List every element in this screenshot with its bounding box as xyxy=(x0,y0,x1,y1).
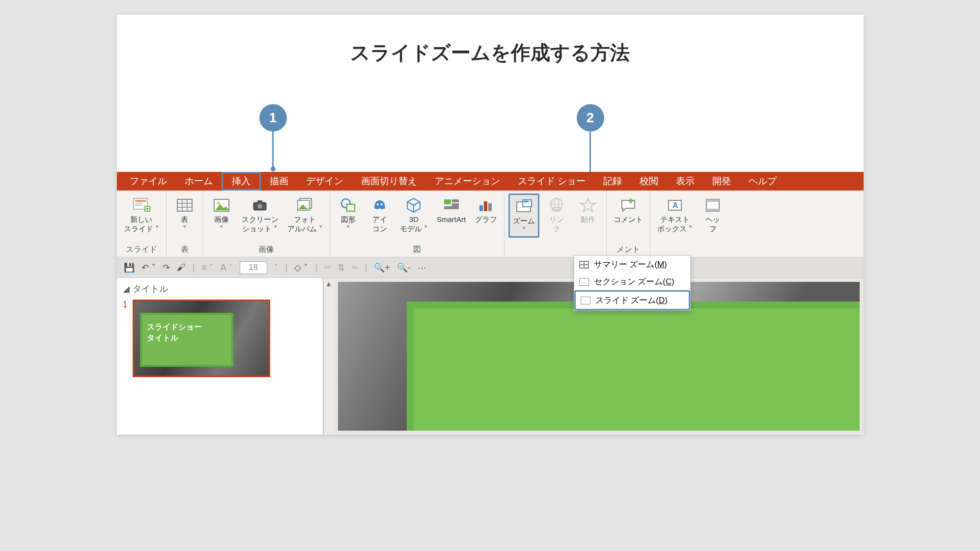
zoom-out-icon[interactable]: 🔍- xyxy=(397,262,411,273)
ribbon-group-links: ズーム ˅ リン ク 動作 xyxy=(504,191,606,257)
tab-record[interactable]: 記録 xyxy=(594,172,631,191)
ribbon-group-illustrations: 図形 ˅ アイ コン 3D モデル ˅ xyxy=(330,191,504,257)
svg-rect-23 xyxy=(347,204,355,211)
table-label: 表 ˅ xyxy=(181,215,188,234)
zoom-menu-slide[interactable]: スライド ズーム(D) xyxy=(574,290,690,310)
slide-thumbnail-pane: ◢ タイトル 1 スライドショー タイトル xyxy=(117,278,323,435)
ribbon-group-text: A テキスト ボックス ˅ ヘッ フ xyxy=(650,191,731,257)
comment-icon xyxy=(619,195,638,214)
tab-slideshow[interactable]: スライド ショー xyxy=(509,172,594,191)
save-icon[interactable]: 💾 xyxy=(124,262,135,273)
icons-button[interactable]: アイ コン xyxy=(365,193,394,235)
section-header[interactable]: ◢ タイトル xyxy=(123,283,317,295)
ribbon-group-images: 画像 ˅ スクリーン ショット ˅ フォト アルバム ˅ xyxy=(203,191,330,257)
font-size-dropdown[interactable]: ˅ xyxy=(274,262,279,273)
smartart-button[interactable]: SmartArt xyxy=(434,193,469,225)
tab-animations[interactable]: アニメーション xyxy=(426,172,509,191)
smartart-label: SmartArt xyxy=(437,215,466,224)
zoom-button[interactable]: ズーム ˅ xyxy=(508,193,539,238)
new-slide-icon xyxy=(132,195,151,214)
tab-home[interactable]: ホーム xyxy=(176,172,222,191)
callout-2-badge: 2 xyxy=(577,104,604,132)
screenshot-label: スクリーン ショット ˅ xyxy=(242,215,279,234)
page-title: スライドズームを作成する方法 xyxy=(117,39,864,66)
pictures-button[interactable]: 画像 ˅ xyxy=(207,193,236,235)
edit-area: ◢ タイトル 1 スライドショー タイトル ▴ xyxy=(117,278,864,435)
zoom-menu-summary[interactable]: サマリー ズーム(M) xyxy=(574,256,690,273)
3d-models-label: 3D モデル ˅ xyxy=(400,215,428,234)
tab-design[interactable]: デザイン xyxy=(297,172,352,191)
format-painter-icon[interactable]: 🖌 xyxy=(177,262,186,273)
separator: | xyxy=(315,262,317,273)
zoom-menu-section-label: セクション ズーム(C) xyxy=(594,276,674,287)
separator: | xyxy=(365,262,367,273)
separator: | xyxy=(193,262,195,273)
align-button[interactable]: ▫▫ xyxy=(324,262,331,273)
action-icon xyxy=(579,195,597,214)
zoom-menu-slide-label: スライド ズーム(D) xyxy=(595,295,668,306)
undo-button[interactable]: ↶ ˅ xyxy=(141,262,156,273)
photo-album-button[interactable]: フォト アルバム ˅ xyxy=(284,193,326,235)
ribbon-group-tables-label: 表 xyxy=(181,245,189,257)
tab-file[interactable]: ファイル xyxy=(121,172,176,191)
action-button[interactable]: 動作 xyxy=(574,193,602,225)
table-icon xyxy=(175,195,194,214)
zoom-label: ズーム ˅ xyxy=(513,217,535,235)
scroll-up-icon[interactable]: ▴ xyxy=(324,278,334,289)
font-color-button[interactable]: A ˅ xyxy=(221,262,233,273)
ribbon-group-slides-label: スライド xyxy=(126,245,157,257)
comment-button[interactable]: コメント xyxy=(611,193,646,225)
link-icon xyxy=(547,195,566,214)
svg-rect-37 xyxy=(524,201,529,202)
svg-point-24 xyxy=(377,203,379,205)
tab-view[interactable]: 表示 xyxy=(667,172,703,191)
arrange-button[interactable]: ▫▫ xyxy=(352,262,358,273)
tab-transitions[interactable]: 画面切り替え xyxy=(352,172,426,191)
quick-access-toolbar: 💾 ↶ ˅ ↷ 🖌 | ≡ ˅ A ˅ 18 ˅ | ◇ ˅ | ▫▫ ⇅ ▫▫… xyxy=(117,257,864,278)
zoom-menu-section[interactable]: セクション ズーム(C) xyxy=(574,273,690,290)
slide-number: 1 xyxy=(123,300,128,310)
screenshot-button[interactable]: スクリーン ショット ˅ xyxy=(239,193,281,235)
tab-review[interactable]: 校閲 xyxy=(631,172,667,191)
vertical-scrollbar[interactable]: ▴ xyxy=(323,278,334,435)
tab-draw[interactable]: 描画 xyxy=(261,172,297,191)
shape-fill-button[interactable]: ◇ ˅ xyxy=(294,262,308,273)
bullets-button[interactable]: ≡ ˅ xyxy=(201,262,214,273)
slide-thumbnail-content: スライドショー タイトル xyxy=(140,313,233,367)
slide-zoom-icon xyxy=(581,297,590,304)
3d-models-icon xyxy=(404,195,423,214)
svg-rect-7 xyxy=(177,199,192,211)
table-button[interactable]: 表 ˅ xyxy=(170,193,199,235)
link-button[interactable]: リン ク xyxy=(542,193,571,235)
svg-rect-33 xyxy=(484,201,487,211)
header-footer-label: ヘッ フ xyxy=(705,215,720,234)
svg-point-13 xyxy=(217,202,220,205)
svg-rect-48 xyxy=(706,199,719,202)
chart-button[interactable]: グラフ xyxy=(472,193,500,225)
scroll-track[interactable] xyxy=(324,289,334,435)
ribbon-group-comments: コメント メント xyxy=(607,191,650,257)
svg-point-16 xyxy=(257,204,262,209)
tab-developer[interactable]: 開発 xyxy=(703,172,740,191)
tab-help[interactable]: ヘルプ xyxy=(740,172,785,191)
slide-thumbnail-row: 1 スライドショー タイトル xyxy=(123,300,317,377)
smartart-icon xyxy=(442,195,461,214)
callout-1-dot xyxy=(271,166,276,171)
3d-models-button[interactable]: 3D モデル ˅ xyxy=(397,193,431,235)
zoom-in-icon[interactable]: 🔍+ xyxy=(374,262,390,273)
font-size-input[interactable]: 18 xyxy=(240,261,267,274)
pictures-icon xyxy=(212,195,231,214)
tab-insert[interactable]: 挿入 xyxy=(222,172,261,191)
shapes-button[interactable]: 図形 ˅ xyxy=(334,193,363,235)
distribute-button[interactable]: ⇅ xyxy=(337,262,345,273)
shapes-label: 図形 ˅ xyxy=(341,215,356,234)
qat-customize-button[interactable]: ⋯ xyxy=(418,262,426,273)
slide-title-frame xyxy=(407,302,860,431)
new-slide-button[interactable]: 新しい スライド ˅ xyxy=(121,193,162,235)
textbox-button[interactable]: A テキスト ボックス ˅ xyxy=(654,193,696,235)
ribbon-group-tables: 表 ˅ 表 xyxy=(167,191,203,257)
header-footer-button[interactable]: ヘッ フ xyxy=(699,193,727,235)
photo-album-icon xyxy=(296,195,314,214)
slide-thumbnail-1[interactable]: スライドショー タイトル xyxy=(133,300,270,377)
redo-button[interactable]: ↷ xyxy=(163,262,170,273)
